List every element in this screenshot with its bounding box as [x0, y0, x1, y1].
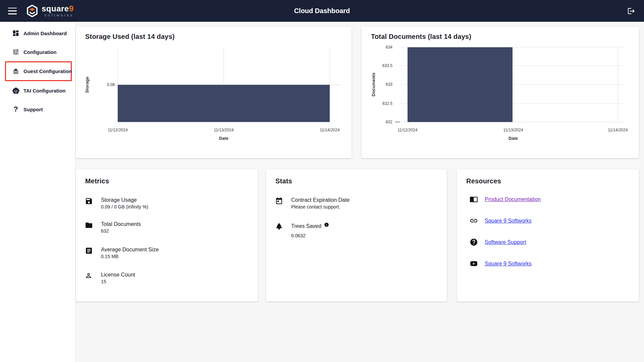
metric-value: 15 — [101, 279, 135, 284]
sidebar-item-label: Configuration — [23, 49, 56, 55]
metric-row: Total Documents 632 — [85, 221, 141, 234]
total-documents-area-chart: 634 633.5 633 632.5 632 Documents 11/12/… — [362, 27, 639, 158]
metrics-card: Metrics Storage Usage 0.09 / 0 GB (Infin… — [76, 169, 258, 302]
resource-link-software-support[interactable]: Software Support — [485, 239, 526, 245]
resource-link-square9-softworks[interactable]: Square 9 Softworks — [485, 218, 532, 224]
y-tick-label: 633 — [386, 82, 392, 87]
x-tick-label: 11/13/2024 — [503, 128, 523, 132]
card-title: Metrics — [85, 177, 249, 185]
metric-label: License Count — [101, 272, 135, 278]
logout-icon[interactable] — [627, 7, 635, 16]
y-tick-label: 632 — [386, 120, 392, 124]
book-icon — [470, 195, 478, 203]
x-tick-label: 11/13/2024 — [214, 128, 233, 132]
x-tick-label: 11/14/2024 — [608, 128, 628, 132]
storage-used-chart-card: Storage Used (last 14 days) 0.09 Storage… — [76, 27, 352, 158]
save-icon — [85, 197, 93, 205]
menu-icon[interactable] — [8, 8, 17, 14]
folder-icon — [85, 221, 93, 229]
card-title: Stats — [275, 177, 437, 185]
x-tick-label: 11/12/2024 — [108, 128, 127, 132]
resource-link-product-documentation[interactable]: Product Documentation — [485, 196, 541, 202]
sidebar-item-admin-dashboard[interactable]: Admin Dashboard — [0, 24, 75, 43]
brand-nine: 9 — [69, 4, 74, 13]
resource-row: Software Support — [470, 238, 526, 246]
stat-row: Contract Expiration Date Please contact … — [275, 197, 350, 209]
storage-area-series — [118, 85, 330, 122]
page-title: Cloud Dashboard — [0, 7, 644, 15]
person-icon — [85, 272, 93, 280]
resource-row: Square 9 Softworks — [470, 217, 532, 225]
sidebar-item-label: Guest Configuration — [23, 68, 72, 74]
stat-row: Trees Saved 0.0632 — [275, 222, 329, 238]
tune-icon — [12, 48, 20, 56]
sidebar-item-configuration[interactable]: Configuration — [0, 43, 75, 61]
incognito-icon — [12, 67, 20, 75]
metric-row: Average Document Size 0.15 MB — [85, 247, 159, 259]
calendar-icon — [275, 197, 283, 205]
x-axis-label: Date — [219, 136, 228, 141]
sidebar-item-support[interactable]: ? Support — [0, 100, 75, 119]
resource-row: Square 9 Softworks — [470, 259, 532, 268]
stat-value: Please contact support. — [291, 204, 350, 209]
top-app-bar: square9 softworks Cloud Dashboard — [0, 0, 644, 22]
metric-value: 632 — [101, 228, 141, 234]
sidebar-item-label: TAI Configuration — [23, 88, 66, 94]
stats-card: Stats Contract Expiration Date Please co… — [266, 169, 447, 302]
x-tick-label: 11/12/2024 — [397, 128, 417, 132]
metric-value: 0.09 / 0 GB (Infinity %) — [101, 204, 148, 209]
y-tick-label: 632.5 — [382, 101, 392, 106]
y-tick-label: 633.5 — [382, 63, 392, 68]
stat-value: 0.0632 — [291, 233, 329, 238]
question-mark-icon: ? — [12, 105, 20, 113]
info-icon[interactable] — [324, 222, 329, 229]
brand-name: square9 — [42, 5, 74, 13]
card-title: Resources — [466, 177, 630, 185]
document-icon — [85, 247, 93, 255]
dashboard-icon — [12, 29, 20, 37]
square9-logo-icon — [25, 4, 39, 18]
y-axis-label: Storage — [85, 77, 90, 93]
documents-area-series — [408, 47, 513, 122]
x-tick-label: 11/14/2024 — [320, 128, 339, 132]
sidebar-item-guest-configuration[interactable]: Guest Configuration — [5, 61, 72, 81]
robot-icon — [12, 86, 20, 95]
youtube-icon — [470, 259, 478, 268]
storage-used-area-chart: 0.09 Storage 11/12/2024 11/13/2024 11/14… — [76, 27, 352, 158]
y-axis-label: Documents — [371, 73, 376, 97]
y-tick-label: 634 — [386, 45, 392, 50]
metric-row: License Count 15 — [85, 272, 135, 284]
metric-label: Total Documents — [101, 221, 141, 227]
x-axis-label: Date — [508, 136, 518, 141]
total-documents-chart-card: Total Documents (last 14 days) 634 633.5… — [362, 27, 639, 158]
brand-subtitle: softworks — [42, 13, 74, 17]
resource-row: Product Documentation — [470, 195, 541, 203]
help-icon — [470, 238, 478, 246]
sidebar: Admin Dashboard Configuration Guest Conf… — [0, 22, 76, 362]
sidebar-item-label: Support — [23, 107, 43, 112]
metric-value: 0.15 MB — [101, 254, 159, 259]
sidebar-item-label: Admin Dashboard — [23, 31, 67, 36]
metric-row: Storage Usage 0.09 / 0 GB (Infinity %) — [85, 197, 148, 209]
link-icon — [470, 217, 478, 225]
square9-logo: square9 softworks — [25, 4, 74, 18]
metric-label: Average Document Size — [101, 247, 159, 253]
sidebar-item-tai-configuration[interactable]: TAI Configuration — [0, 81, 75, 100]
metric-label: Storage Usage — [101, 197, 148, 203]
stat-label: Trees Saved — [291, 222, 329, 229]
tree-icon — [275, 222, 283, 230]
y-tick-label: 0.09 — [107, 82, 115, 87]
resources-card: Resources Product Documentation Square 9… — [457, 169, 639, 302]
stat-label: Contract Expiration Date — [291, 197, 350, 203]
resource-link-square9-softworks-video[interactable]: Square 9 Softworks — [485, 261, 532, 267]
